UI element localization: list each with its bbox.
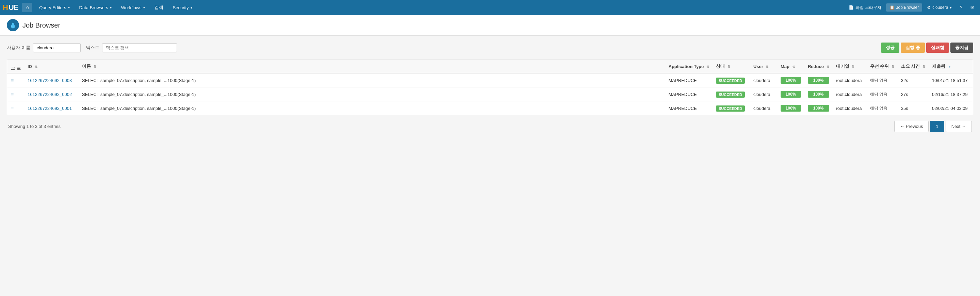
log-icon-1[interactable]: ≡: [11, 91, 14, 97]
chevron-down-icon: ▾: [143, 6, 145, 10]
success-filter-button[interactable]: 성공: [881, 43, 899, 53]
sort-icon: ⇅: [706, 65, 709, 69]
chevron-down-icon: ▾: [191, 6, 192, 10]
submitted-2: 02/02/21 04:03:09: [932, 106, 968, 111]
failed-filter-button[interactable]: 실패함: [926, 43, 949, 53]
user-cell-1: cloudera: [750, 88, 777, 101]
th-log[interactable]: 로그: [7, 60, 24, 73]
sort-icon: ⇅: [765, 65, 768, 69]
apptype-cell-0: MAPREDUCE: [665, 73, 713, 88]
file-icon: 📄: [849, 5, 854, 10]
id-cell-0: 1612267224692_0003: [24, 73, 79, 88]
log-cell-2: ≡: [7, 101, 24, 115]
priority-cell-2: 해당 없음: [867, 101, 898, 115]
page-header: 💧 Job Browser: [0, 15, 980, 36]
th-submitted[interactable]: 제출됨 ▼: [929, 60, 973, 73]
id-cell-1: 1612267224692_0002: [24, 88, 79, 101]
th-name[interactable]: 이름 ⇅: [79, 60, 665, 73]
mail-icon: ✉: [970, 5, 974, 10]
table-header-row: 로그 ID ⇅ 이름 ⇅ Application Type ⇅: [7, 60, 973, 73]
nav-search[interactable]: 검색: [150, 3, 167, 12]
queue-cell-2: root.cloudera: [833, 101, 867, 115]
sort-icon: ⇅: [727, 65, 730, 68]
queue-2: root.cloudera: [836, 106, 862, 111]
priority-1: 해당 없음: [870, 92, 888, 97]
th-priority[interactable]: 우선 순위 ⇅: [867, 60, 898, 73]
reduce-cell-2: 100%: [804, 101, 833, 115]
duration-cell-1: 27s: [898, 88, 929, 101]
name-cell-0: SELECT sample_07.description, sample_...…: [79, 73, 665, 88]
job-name-2: SELECT sample_07.description, sample_...…: [82, 106, 196, 111]
duration-2: 35s: [901, 106, 908, 111]
job-id-link-0[interactable]: 1612267224692_0003: [27, 78, 72, 83]
running-filter-button[interactable]: 실행 중: [901, 43, 925, 53]
duration-1: 27s: [901, 92, 908, 97]
home-button[interactable]: ⌂: [22, 3, 32, 12]
th-user[interactable]: User ⇅: [750, 60, 777, 73]
priority-2: 해당 없음: [870, 106, 888, 111]
chevron-down-icon: ▾: [110, 6, 111, 10]
user-0: cloudera: [753, 78, 770, 83]
logo-ue: UE: [8, 3, 18, 12]
id-cell-2: 1612267224692_0001: [24, 101, 79, 115]
map-cell-1: 100%: [777, 88, 804, 101]
apptype-cell-2: MAPREDUCE: [665, 101, 713, 115]
help-button[interactable]: ?: [956, 3, 966, 11]
logo[interactable]: HUE: [3, 3, 18, 12]
job-browser-icon: 💧: [10, 22, 16, 29]
nav-query-editors[interactable]: Query Editors ▾: [35, 3, 73, 12]
nav-security[interactable]: Security ▾: [169, 3, 196, 12]
username-filter-group: 사용자 이름: [7, 43, 81, 53]
duration-0: 32s: [901, 78, 908, 83]
job-id-link-2[interactable]: 1612267224692_0001: [27, 106, 72, 111]
file-browser-button[interactable]: 📄 파일 브라우저: [845, 3, 885, 12]
th-duration[interactable]: 소요 시간 ⇅: [898, 60, 929, 73]
map-progress-1: 100%: [781, 91, 801, 98]
th-app-type[interactable]: Application Type ⇅: [665, 60, 713, 73]
previous-button[interactable]: ← Previous: [894, 121, 929, 132]
status-badge-0: SUCCEEDED: [716, 78, 745, 84]
th-reduce[interactable]: Reduce ⇅: [804, 60, 833, 73]
log-icon-2[interactable]: ≡: [11, 105, 14, 111]
jobs-table: 로그 ID ⇅ 이름 ⇅ Application Type ⇅: [7, 60, 973, 115]
text-filter-group: 텍스트: [86, 43, 177, 53]
map-progress-0: 100%: [781, 77, 801, 84]
table-row: ≡ 1612267224692_0001 SELECT sample_07.de…: [7, 101, 973, 115]
queue-0: root.cloudera: [836, 78, 862, 83]
th-map[interactable]: Map ⇅: [777, 60, 804, 73]
filter-bar: 사용자 이름 텍스트 성공 실행 중 실패함 중지됨: [7, 43, 973, 53]
submitted-cell-0: 10/01/21 18:51:37: [929, 73, 973, 88]
settings-icon: ⚙: [927, 5, 931, 10]
chevron-down-icon: ▾: [950, 5, 952, 10]
th-queue[interactable]: 대기열 ⇅: [833, 60, 867, 73]
notifications-button[interactable]: ✉: [967, 3, 977, 11]
text-search-input[interactable]: [102, 43, 177, 53]
nav-data-browsers[interactable]: Data Browsers ▾: [75, 3, 116, 12]
sort-icon: ⇅: [827, 65, 829, 69]
priority-0: 해당 없음: [870, 78, 888, 83]
reduce-progress-1: 100%: [808, 91, 829, 98]
submitted-cell-1: 02/16/21 18:37:29: [929, 88, 973, 101]
username-input[interactable]: [33, 43, 81, 53]
sort-icon: ▼: [948, 65, 951, 68]
job-browser-button[interactable]: 📋 Job Browser: [886, 3, 923, 11]
jobs-table-container: 로그 ID ⇅ 이름 ⇅ Application Type ⇅: [7, 59, 973, 115]
job-icon: 📋: [889, 5, 894, 10]
nav-workflows[interactable]: Workflows ▾: [117, 3, 149, 12]
sort-icon: ⇅: [35, 65, 37, 69]
log-icon-0[interactable]: ≡: [11, 77, 14, 83]
help-icon: ?: [960, 5, 962, 10]
sort-icon: ⇅: [923, 65, 925, 68]
page-1-button[interactable]: 1: [930, 121, 944, 132]
status-badge-1: SUCCEEDED: [716, 92, 745, 98]
user-1: cloudera: [753, 92, 770, 97]
th-status[interactable]: 상태 ⇅: [713, 60, 750, 73]
th-id[interactable]: ID ⇅: [24, 60, 79, 73]
next-button[interactable]: Next →: [946, 121, 972, 132]
cloudera-menu-button[interactable]: ⚙ cloudera ▾: [924, 3, 955, 11]
username-label: 사용자 이름: [7, 45, 30, 51]
user-cell-0: cloudera: [750, 73, 777, 88]
stopped-filter-button[interactable]: 중지됨: [950, 43, 973, 53]
job-id-link-1[interactable]: 1612267224692_0002: [27, 92, 72, 97]
user-cell-2: cloudera: [750, 101, 777, 115]
